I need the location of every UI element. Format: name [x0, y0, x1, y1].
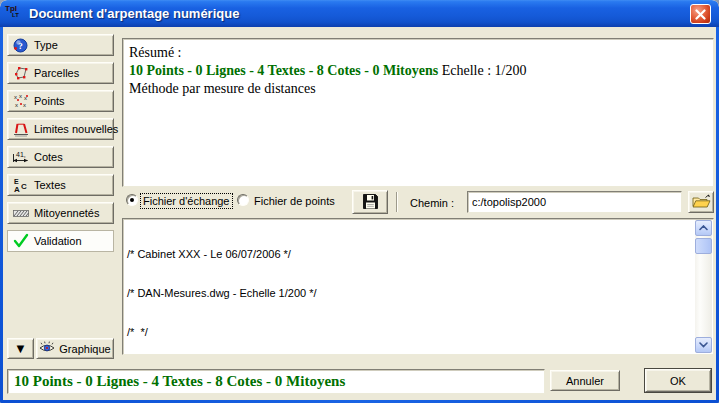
summary-title: Résumé :	[129, 44, 707, 62]
help-icon: ?	[12, 37, 29, 54]
editor-line: /* DAN-Mesures.dwg - Echelle 1/200 */	[127, 287, 693, 300]
sidebar-button-points[interactable]: x x x x x Points	[7, 90, 114, 112]
svg-text:x: x	[19, 93, 22, 99]
check-icon	[12, 233, 29, 250]
status-summary-box: 10 Points - 0 Lignes - 4 Textes - 8 Cote…	[7, 369, 545, 394]
scrollbar-thumb[interactable]	[695, 238, 712, 254]
app-icon: Tpl LT	[5, 5, 25, 23]
ok-button[interactable]: OK	[645, 369, 711, 392]
scroll-up-button[interactable]	[695, 220, 712, 236]
svg-text:E: E	[14, 178, 19, 185]
graphique-button-label: Graphique	[59, 343, 110, 355]
svg-text:41,: 41,	[16, 151, 26, 158]
exchange-file-textarea[interactable]: /* Cabinet XXX - Le 06/07/2006 */ /* DAN…	[122, 218, 714, 355]
svg-text:A: A	[14, 185, 20, 193]
svg-text:C: C	[21, 182, 27, 191]
triangle-down-icon: ▼	[14, 342, 27, 355]
editor-content: /* Cabinet XXX - Le 06/07/2006 */ /* DAN…	[127, 222, 693, 355]
window-border-left	[0, 27, 3, 403]
radio-fichier-points-label[interactable]: Fichier de points	[252, 194, 337, 208]
svg-text:x: x	[15, 102, 18, 108]
eye-icon	[39, 341, 55, 356]
sidebar-button-label: Textes	[34, 179, 66, 191]
close-icon	[695, 9, 706, 20]
sidebar-button-label: Type	[34, 39, 58, 51]
summary-panel: Résumé : 10 Points - 0 Lignes - 4 Textes…	[122, 38, 714, 187]
expand-button[interactable]: ▼	[7, 338, 34, 359]
open-folder-icon	[692, 194, 711, 211]
parcel-polygon-icon	[12, 65, 29, 82]
dimension-icon: 41,	[12, 149, 29, 166]
sidebar-button-label: Limites nouvelles	[34, 123, 118, 135]
chevron-up-icon	[699, 225, 708, 231]
window-title: Document d'arpentage numérique	[29, 6, 239, 21]
sidebar-button-validation[interactable]: Validation	[7, 230, 114, 252]
sidebar-button-cotes[interactable]: 41, Cotes	[7, 146, 114, 168]
vertical-scrollbar[interactable]	[695, 220, 712, 353]
hatch-icon	[12, 205, 29, 222]
radio-fichier-points[interactable]	[237, 194, 249, 206]
title-bar[interactable]: Tpl LT Document d'arpentage numérique	[0, 0, 719, 27]
sidebar-button-limites-nouvelles[interactable]: Limites nouvelles	[7, 118, 114, 140]
dialog-window: Tpl LT Document d'arpentage numérique ? …	[0, 0, 719, 403]
editor-line: /* Cabinet XXX - Le 06/07/2006 */	[127, 248, 693, 261]
status-summary-text: 10 Points - 0 Lignes - 4 Textes - 8 Cote…	[14, 373, 345, 390]
texts-icon: E A C	[12, 177, 29, 194]
radio-fichier-echange[interactable]	[126, 194, 138, 206]
radio-fichier-echange-label[interactable]: Fichier d'échange	[140, 193, 233, 209]
sidebar-button-label: Mitoyennetés	[34, 207, 99, 219]
summary-counts-line: 10 Points - 0 Lignes - 4 Textes - 8 Cote…	[129, 62, 707, 80]
summary-scale: Echelle : 1/200	[438, 63, 526, 78]
close-button[interactable]	[690, 4, 711, 24]
summary-counts: 10 Points - 0 Lignes - 4 Textes - 8 Cote…	[129, 63, 438, 78]
cancel-button[interactable]: Annuler	[550, 370, 620, 391]
chevron-down-icon	[699, 342, 708, 348]
new-limits-icon	[12, 121, 29, 138]
sidebar-button-label: Parcelles	[34, 67, 79, 79]
sidebar-button-type[interactable]: ? Type	[7, 34, 114, 56]
floppy-disk-icon	[362, 193, 379, 212]
sidebar-button-textes[interactable]: E A C Textes	[7, 174, 114, 196]
editor-line: /* */	[127, 326, 693, 339]
sidebar-button-label: Cotes	[34, 151, 63, 163]
svg-text:x: x	[23, 102, 26, 108]
chemin-label: Chemin :	[410, 197, 454, 209]
svg-text:x: x	[14, 94, 17, 100]
save-button[interactable]	[352, 190, 388, 214]
sidebar-button-label: Validation	[34, 235, 82, 247]
svg-text:?: ?	[18, 41, 23, 51]
sidebar-button-parcelles[interactable]: Parcelles	[7, 62, 114, 84]
chemin-input[interactable]	[467, 191, 682, 213]
toolbar-separator	[396, 192, 398, 212]
scroll-down-button[interactable]	[695, 337, 712, 353]
browse-button[interactable]	[688, 191, 714, 213]
summary-method: Méthode par mesure de distances	[129, 80, 707, 98]
points-icon: x x x x x	[12, 93, 29, 110]
sidebar-button-mitoyennetes[interactable]: Mitoyennetés	[7, 202, 114, 224]
graphique-button[interactable]: Graphique	[36, 338, 114, 359]
sidebar-button-label: Points	[34, 95, 65, 107]
